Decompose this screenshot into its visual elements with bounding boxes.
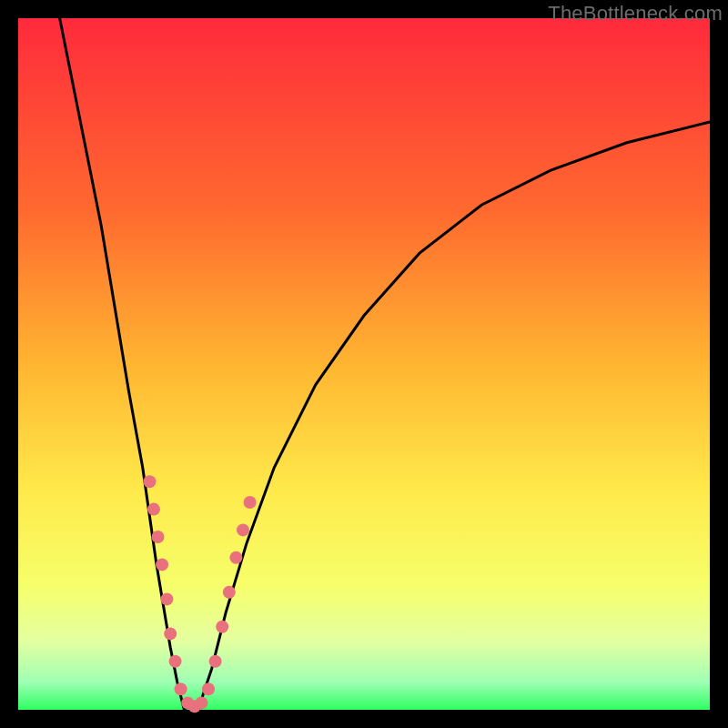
data-bead (223, 586, 236, 599)
data-bead (156, 558, 168, 571)
data-bead (169, 655, 182, 668)
data-bead (195, 696, 207, 709)
data-bead (202, 682, 215, 695)
bottleneck-curve (18, 18, 710, 710)
data-bead (216, 621, 228, 633)
data-bead (175, 682, 187, 695)
data-bead (209, 655, 222, 668)
curve-right-branch (198, 122, 710, 710)
data-bead (237, 523, 249, 536)
curve-left-branch (60, 18, 185, 710)
data-bead (244, 496, 257, 509)
data-bead (229, 551, 242, 564)
data-bead (147, 503, 160, 516)
data-bead (143, 475, 156, 488)
data-bead (160, 592, 173, 605)
data-bead (152, 531, 165, 543)
data-bead (164, 627, 177, 640)
